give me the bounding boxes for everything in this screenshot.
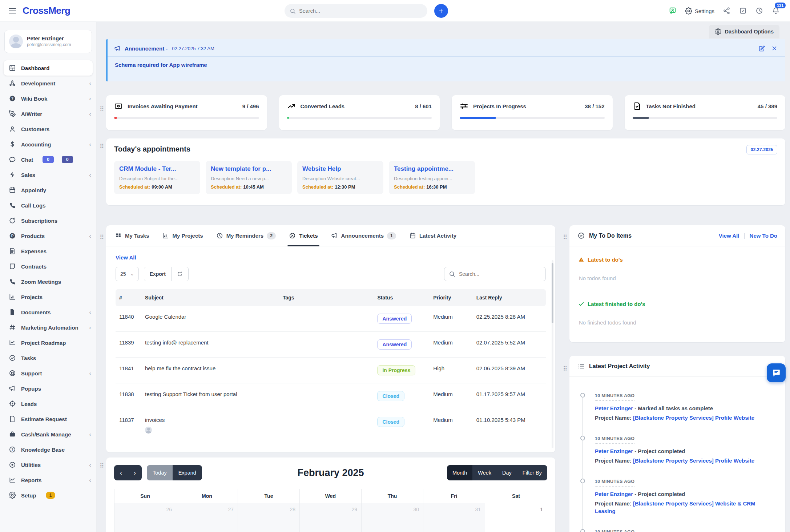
- sidebar-item-projects[interactable]: Projects: [0, 289, 96, 305]
- project-link[interactable]: [Blackstone Property Services] Profile W…: [633, 458, 754, 464]
- tasks-check-icon[interactable]: [739, 7, 747, 15]
- stat-card-projects-in-progress[interactable]: Projects In Progress38 / 152: [452, 95, 613, 130]
- drag-handle[interactable]: ⠿: [563, 234, 567, 241]
- column-header-tags[interactable]: Tags: [279, 289, 374, 306]
- refresh-button[interactable]: [171, 267, 188, 281]
- appointments-date-badge[interactable]: 02.27.2025: [746, 145, 777, 154]
- appointment-title[interactable]: CRM Module - Ter...: [119, 165, 195, 173]
- tickets-search-input[interactable]: [459, 271, 541, 277]
- chat-widget-button[interactable]: [767, 363, 786, 382]
- export-button[interactable]: Export: [144, 267, 171, 281]
- scrollbar-track[interactable]: [552, 260, 553, 448]
- tab-my-reminders[interactable]: My Reminders2: [216, 225, 276, 246]
- sidebar-item-support[interactable]: Support‹: [0, 366, 96, 381]
- calendar-day-30[interactable]: 30: [362, 503, 423, 532]
- sidebar-item-customers[interactable]: Customers: [0, 121, 96, 137]
- calendar-day-27[interactable]: 27: [176, 503, 238, 532]
- drag-handle[interactable]: ⠿: [100, 462, 104, 470]
- ticket-row[interactable]: 11840Google CalendarAnsweredMedium02.25.…: [116, 306, 546, 332]
- sidebar-item-marketing-automation[interactable]: Marketing Automation‹: [0, 320, 96, 335]
- calendar-view-week[interactable]: Week: [472, 465, 497, 480]
- sidebar-item-cash-bank-manage[interactable]: Cash/Bank Manage‹: [0, 427, 96, 442]
- ticket-row[interactable]: 11841help me fix the contract issueIn Pr…: [116, 358, 546, 383]
- drag-handle[interactable]: ⠿: [100, 234, 104, 241]
- calendar-day-28[interactable]: 28: [238, 503, 300, 532]
- drag-handle[interactable]: ⠿: [100, 143, 104, 150]
- sidebar-item-sales[interactable]: Sales‹: [0, 167, 96, 182]
- calendar-today-button[interactable]: Today: [147, 465, 173, 480]
- sidebar-item-estimate-request[interactable]: Estimate Request: [0, 411, 96, 427]
- sidebar-item-dashboard[interactable]: Dashboard: [4, 60, 93, 76]
- settings-button[interactable]: Settings: [685, 7, 714, 15]
- tab-my-tasks[interactable]: My Tasks: [115, 225, 149, 246]
- page-size-select[interactable]: 25⌄: [116, 267, 139, 281]
- ticket-row[interactable]: 11838testing Support Ticket from user po…: [116, 383, 546, 409]
- quick-add-button[interactable]: [434, 4, 448, 18]
- hamburger-menu-icon[interactable]: [8, 7, 17, 15]
- sidebar-item-accounting[interactable]: Accounting‹: [0, 137, 96, 152]
- activity-user-link[interactable]: Peter Enzinger: [595, 405, 633, 411]
- sidebar-item-call-logs[interactable]: Call Logs: [0, 198, 96, 213]
- sidebar-item-popups[interactable]: Popups: [0, 381, 96, 396]
- sidebar-item-aiwriter[interactable]: AiWriter‹: [0, 106, 96, 121]
- ticket-row[interactable]: 11839testing info@ replacementAnsweredMe…: [116, 332, 546, 358]
- share-icon[interactable]: [723, 7, 731, 15]
- calendar-view-month[interactable]: Month: [447, 465, 472, 480]
- sidebar-item-chat[interactable]: Chat00: [0, 152, 96, 167]
- ticket-subject[interactable]: Google Calendar: [141, 306, 279, 332]
- ticket-subject[interactable]: help me fix the contract issue: [141, 358, 279, 383]
- appointment-card[interactable]: Testing appointme...Description testing …: [389, 161, 475, 194]
- calendar-next-button[interactable]: ›: [128, 465, 142, 480]
- todo-view-all-link[interactable]: View All: [719, 233, 739, 239]
- calendar-expand-button[interactable]: Expand: [173, 465, 202, 480]
- dashboard-options-button[interactable]: Dashboard Options: [709, 25, 779, 39]
- sidebar-item-zoom-meetings[interactable]: Zoom Meetings: [0, 274, 96, 289]
- tickets-search[interactable]: [444, 267, 546, 281]
- app-logo[interactable]: CrossMerg: [23, 5, 70, 16]
- ticket-row[interactable]: 11837invoicesClosedMedium01.10.2025 5:43…: [116, 409, 546, 442]
- sidebar-item-development[interactable]: Development‹: [0, 76, 96, 91]
- sidebar-item-expenses[interactable]: Expenses: [0, 243, 96, 259]
- sidebar-item-contracts[interactable]: Contracts: [0, 259, 96, 274]
- column-header-status[interactable]: Status: [374, 289, 430, 306]
- sidebar-item-subscriptions[interactable]: Subscriptions: [0, 213, 96, 228]
- announcement-message[interactable]: Schema required for App wireframe: [108, 57, 785, 73]
- calendar-day-29[interactable]: 29: [300, 503, 362, 532]
- history-clock-icon[interactable]: [755, 7, 763, 15]
- ticket-subject[interactable]: invoices: [141, 409, 279, 442]
- sidebar-item-setup[interactable]: Setup1: [0, 488, 96, 503]
- tab-tickets[interactable]: Tickets: [289, 225, 318, 246]
- close-icon[interactable]: [771, 45, 778, 52]
- new-todo-link[interactable]: New To Do: [750, 233, 777, 239]
- ticket-subject[interactable]: testing Support Ticket from user portal: [141, 383, 279, 409]
- calendar-day-26[interactable]: 26: [114, 503, 176, 532]
- appointment-title[interactable]: New template for p...: [211, 165, 287, 173]
- sidebar-item-knowledge-base[interactable]: ?Knowledge Base: [0, 442, 96, 457]
- stat-card-invoices-awaiting-payment[interactable]: Invoices Awaiting Payment9 / 496: [106, 95, 267, 130]
- scrollbar-thumb[interactable]: [552, 263, 553, 323]
- sidebar-item-utilities[interactable]: Utilities‹: [0, 457, 96, 472]
- calendar-view-filter-by[interactable]: Filter By: [517, 465, 547, 480]
- appointment-card[interactable]: CRM Module - Ter...Description Subject f…: [114, 161, 200, 194]
- sidebar-item-project-roadmap[interactable]: Project Roadmap: [0, 335, 96, 350]
- appointment-title[interactable]: Website Help: [302, 165, 378, 173]
- edit-icon[interactable]: [758, 45, 765, 52]
- user-profile-card[interactable]: Peter Enzinger peter@crossmerg.com: [4, 30, 92, 53]
- sidebar-item-appointly[interactable]: Appointly: [0, 182, 96, 198]
- global-search-input[interactable]: [299, 8, 422, 14]
- activity-user-link[interactable]: Peter Enzinger: [595, 448, 633, 454]
- calendar-day-31[interactable]: 31: [423, 503, 485, 532]
- sidebar-item-tasks[interactable]: Tasks: [0, 350, 96, 366]
- calendar-day-1[interactable]: 1: [485, 503, 547, 532]
- tab-my-projects[interactable]: My Projects: [162, 225, 203, 246]
- stat-card-tasks-not-finished[interactable]: Tasks Not Finished45 / 389: [625, 95, 786, 130]
- column-header-subject[interactable]: Subject: [141, 289, 279, 306]
- drag-handle[interactable]: ⠿: [100, 105, 104, 113]
- calendar-view-day[interactable]: Day: [497, 465, 517, 480]
- stat-card-converted-leads[interactable]: Converted Leads8 / 601: [279, 95, 440, 130]
- appointment-card[interactable]: New template for p...Description Need a …: [206, 161, 292, 194]
- view-all-link[interactable]: View All: [116, 254, 136, 261]
- tab-announcements[interactable]: Announcements1: [331, 225, 396, 246]
- notifications-bell-icon[interactable]: 131: [772, 7, 780, 15]
- sidebar-item-leads[interactable]: Leads: [0, 396, 96, 411]
